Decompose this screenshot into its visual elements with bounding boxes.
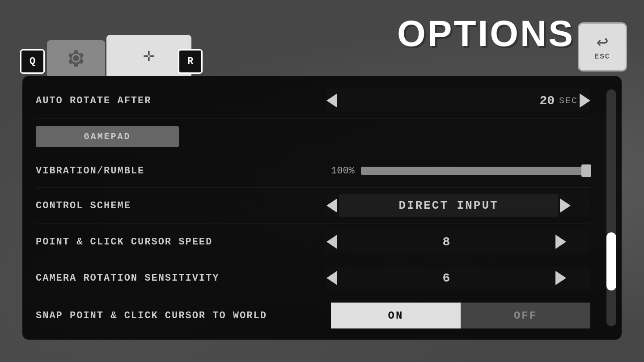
vibration-label: VIBRATION/RUMBLE [36, 165, 144, 177]
r-label: R [187, 56, 193, 67]
settings-panel: AUTO ROTATE AFTER 20 SEC GAMEPAD VIBRATI… [22, 76, 622, 340]
gear-icon [66, 48, 86, 68]
vibration-slider-track[interactable] [361, 167, 590, 175]
q-button[interactable]: Q [20, 49, 45, 74]
scrollbar-track [606, 89, 616, 326]
cursor-speed-row: POINT & CLICK CURSOR SPEED 8 [36, 224, 590, 260]
control-scheme-right-arrow[interactable] [560, 198, 571, 213]
auto-rotate-right-arrow[interactable] [580, 93, 590, 108]
auto-rotate-left-arrow[interactable] [326, 93, 337, 108]
esc-label: ESC [595, 53, 610, 61]
gear-tab[interactable] [47, 40, 105, 76]
gamepad-section-header: GAMEPAD [36, 126, 179, 147]
vibration-value: 100% [331, 165, 356, 177]
snap-cursor-on-button[interactable]: ON [331, 303, 461, 328]
r-button[interactable]: R [178, 49, 203, 74]
auto-rotate-control: 20 SEC [326, 89, 590, 112]
vibration-slider-fill [361, 167, 586, 175]
auto-rotate-row: AUTO ROTATE AFTER 20 SEC [36, 83, 590, 119]
gamepad-section: GAMEPAD [36, 119, 590, 154]
esc-button[interactable]: ↩ ESC [578, 22, 627, 72]
settings-container: AUTO ROTATE AFTER 20 SEC GAMEPAD VIBRATI… [36, 76, 608, 335]
cursor-speed-value: 8 [339, 235, 554, 249]
scrollbar-thumb[interactable] [606, 232, 616, 290]
control-scheme-control: DIRECT INPUT [326, 194, 590, 217]
esc-arrow-icon: ↩ [597, 33, 609, 53]
dpad-icon: ✛ [143, 44, 154, 67]
vibration-slider-handle[interactable] [581, 164, 591, 177]
page-title: OPTIONS [397, 13, 575, 55]
control-scheme-label: CONTROL SCHEME [36, 200, 131, 211]
auto-rotate-value: 20 [539, 94, 555, 108]
snap-cursor-toggle-group: ON OFF [331, 303, 590, 328]
control-scheme-left-arrow[interactable] [326, 198, 337, 213]
cursor-speed-right-arrow[interactable] [555, 235, 566, 249]
cursor-speed-left-arrow[interactable] [326, 235, 337, 249]
camera-rotation-label: CAMERA ROTATION SENSITIVITY [36, 273, 219, 284]
camera-rotation-left-arrow[interactable] [326, 271, 337, 285]
snap-cursor-row: SNAP POINT & CLICK CURSOR TO WORLD ON OF… [36, 296, 590, 335]
camera-rotation-right-arrow[interactable] [555, 271, 566, 285]
vibration-row: VIBRATION/RUMBLE 100% [36, 154, 590, 188]
auto-rotate-value-display: 20 SEC [339, 94, 578, 108]
snap-cursor-label: SNAP POINT & CLICK CURSOR TO WORLD [36, 310, 267, 321]
control-scheme-value: DIRECT INPUT [339, 194, 558, 217]
vibration-slider-control: 100% [331, 165, 590, 177]
camera-rotation-control: 6 [326, 266, 590, 290]
camera-rotation-value: 6 [339, 271, 554, 285]
camera-rotation-row: CAMERA ROTATION SENSITIVITY 6 [36, 260, 590, 296]
cursor-speed-label: POINT & CLICK CURSOR SPEED [36, 236, 212, 248]
snap-cursor-off-button[interactable]: OFF [461, 303, 590, 328]
q-label: Q [30, 56, 35, 67]
control-scheme-row: CONTROL SCHEME DIRECT INPUT [36, 188, 590, 224]
auto-rotate-label: AUTO ROTATE AFTER [36, 95, 151, 106]
auto-rotate-unit: SEC [559, 96, 578, 106]
cursor-speed-control: 8 [326, 230, 590, 253]
